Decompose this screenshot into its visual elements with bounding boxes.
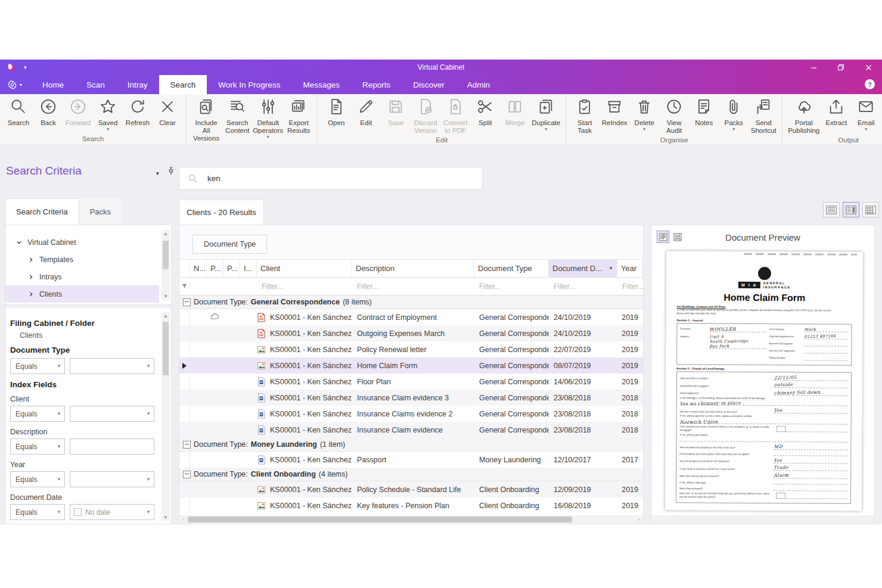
column-header-client[interactable]: Client [257,260,352,277]
column-header-p2[interactable]: P... [223,260,240,277]
scroll-down-icon[interactable]: ▼ [163,293,168,300]
filter-cell-client[interactable]: Filter... [257,282,352,291]
chevron-right-icon[interactable] [28,274,34,280]
close-button[interactable] [855,60,882,75]
collapse-group-icon[interactable] [183,298,191,306]
value-input[interactable] [70,438,154,455]
extract-button[interactable]: Extract [821,97,851,128]
filter-cell-date[interactable]: Filter... [549,282,617,291]
tab-packs[interactable]: Packs [79,198,122,225]
menu-tab-discover[interactable]: Discover [402,75,456,94]
column-header-desc[interactable]: Description [352,260,474,277]
table-row[interactable]: KS00001 - Ken SánchezInsurance Claim evi… [179,390,643,406]
delete-button[interactable]: Delete▾ [629,97,659,132]
chevron-down-icon[interactable] [16,239,22,245]
menu-tab-intray[interactable]: Intray [116,75,159,94]
operator-select[interactable]: Equals▼ [10,504,65,520]
view-audit-button[interactable]: View Audit [659,97,689,136]
saved-button[interactable]: Saved▾ [93,97,123,132]
scroll-up-icon[interactable]: ▲ [163,230,168,238]
tab-search-criteria[interactable]: Search Criteria [5,198,79,225]
pin-icon[interactable] [167,167,175,178]
clear-button[interactable]: Clear [153,97,182,128]
table-row[interactable]: KS00001 - Ken SánchezInsurance Claim evi… [179,422,643,438]
minimize-button[interactable] [800,60,827,75]
scroll-right-icon[interactable]: › [635,517,643,522]
help-button[interactable]: ? [865,79,875,89]
list-view-button[interactable] [823,202,840,217]
tree-item-intrays[interactable]: Intrays [5,268,159,285]
operator-select[interactable]: Equals▼ [10,438,65,455]
scroll-left-icon[interactable]: ‹ [179,517,188,522]
restore-button[interactable] [827,60,855,75]
column-header-year[interactable]: Year [617,260,643,277]
tree-item-root[interactable]: Virtual Cabinet [5,234,159,251]
filter-cell-year[interactable]: Filter... [617,282,643,291]
send-shortcut-button[interactable]: Send Shortcut [749,97,778,136]
table-row[interactable]: KS00001 - Ken SánchezHome Claim FormGene… [179,357,643,374]
filter-cell-type[interactable]: Filter... [474,282,549,291]
chevron-right-icon[interactable] [28,257,34,263]
packs-button[interactable]: Packs▾ [719,97,749,132]
edit-button[interactable]: Edit [351,97,381,128]
group-header[interactable]: Document Type: Money Laundering (1 item) [179,438,643,452]
search-button[interactable]: Search [4,97,33,128]
export-results-button[interactable]: Export Results [284,97,313,136]
email-button[interactable]: Email▾ [851,97,881,132]
menu-tab-scan[interactable]: Scan [75,75,116,94]
value-select[interactable]: ▼ [70,406,154,422]
filters-scrollbar[interactable]: ▲ ▼ [162,312,170,521]
tree-item-clients[interactable]: Clients [5,285,159,303]
table-row[interactable]: KS00001 - Ken SánchezPolicy Schedule - S… [179,481,643,497]
horizontal-scrollbar[interactable]: ‹ › [179,515,643,524]
scroll-down-icon[interactable]: ▼ [163,514,168,521]
group-header[interactable]: Document Type: General Correspondence (8… [179,295,643,309]
operator-select[interactable]: Equals▼ [10,358,65,374]
notes-button[interactable]: Notes [689,97,719,128]
operator-select[interactable]: Equals▼ [10,471,65,487]
reindex-button[interactable]: ReIndex [600,97,629,128]
column-header-n[interactable]: N... [190,260,207,277]
menu-tab-work-in-progress[interactable]: Work In Progress [207,75,291,94]
table-row[interactable]: KS00001 - Ken SánchezInsurance Claims ev… [179,406,643,422]
table-row[interactable]: KS00001 - Ken SánchezOutgoing Expenses M… [179,325,643,341]
default-operators-button[interactable]: Default Operators▾ [252,97,284,139]
table-row[interactable]: KS00001 - Ken SánchezContract of Employm… [179,309,643,325]
start-task-button[interactable]: Start Task [570,97,600,136]
preview-view-button[interactable] [843,202,859,217]
value-select[interactable]: ▼ [70,471,154,487]
settings-menu[interactable]: ▾ [7,75,22,94]
menu-tab-reports[interactable]: Reports [351,75,402,94]
tree-scrollbar[interactable]: ▲ ▼ [162,230,170,300]
menu-tab-search[interactable]: Search [159,75,207,94]
open-button[interactable]: Open [321,97,351,128]
column-header-p1[interactable]: P... [207,260,223,277]
table-row[interactable]: KS00001 - Ken SánchezFloor PlanGeneral C… [179,374,643,390]
refresh-button[interactable]: Refresh [123,97,153,128]
search-criteria-caret-icon[interactable]: ▾ [156,170,159,176]
filter-cell-desc[interactable]: Filter... [352,282,474,291]
menu-tab-messages[interactable]: Messages [291,75,351,94]
collapse-group-icon[interactable] [183,441,191,449]
tree-item-templates[interactable]: Templates [5,251,159,268]
group-header[interactable]: Document Type: Client Onboarding (4 item… [179,468,643,481]
search-content-button[interactable]: Search Content [222,97,252,136]
collapse-group-icon[interactable] [183,471,191,478]
table-row[interactable]: KS00001 - Ken SánchezPolicy Renewal lett… [179,341,643,357]
search-bar[interactable] [179,167,483,190]
menu-tab-home[interactable]: Home [31,75,75,94]
results-tab[interactable]: Clients - 20 Results [179,200,264,225]
operator-select[interactable]: Equals▼ [10,406,65,422]
table-row[interactable]: KS00001 - Ken SánchezKey features - Pens… [179,497,643,514]
value-select[interactable]: ▼ [70,358,154,374]
menu-tab-admin[interactable]: Admin [456,75,501,94]
grid-view-button[interactable] [862,202,879,217]
scroll-up-icon[interactable]: ▲ [163,312,168,320]
table-row[interactable]: KS00001 - Ken SánchezPassportMoney Laund… [179,452,643,468]
back-button[interactable]: Back [33,97,63,128]
duplicate-button[interactable]: Duplicate▾ [530,97,562,132]
column-header-i[interactable]: I... [240,260,257,277]
portal-publishing-button[interactable]: Portal Publishing [786,97,821,136]
chevron-right-icon[interactable] [28,291,34,297]
column-header-date[interactable]: Document D...▼ [549,260,617,277]
